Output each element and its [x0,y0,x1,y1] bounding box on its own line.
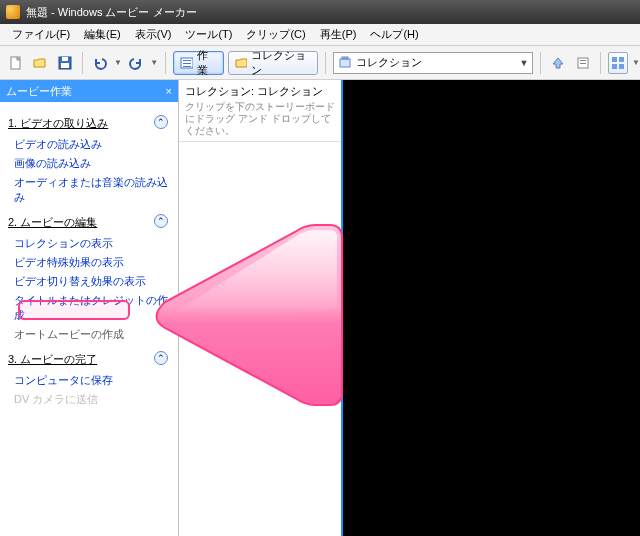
link-save-to-computer[interactable]: コンピュータに保存 [8,371,174,390]
collection-area-body[interactable] [179,142,341,536]
link-import-pictures[interactable]: 画像の読み込み [8,154,174,173]
redo-icon [129,56,143,70]
task-pane-header: ムービー作業 × [0,80,178,102]
toolbar-separator [600,52,601,74]
link-make-titles[interactable]: タイトルまたはクレジットの作成 [8,291,174,325]
task-pane: ムービー作業 × 1. ビデオの取り込み ⌃ ビデオの読み込み 画像の読み込み … [0,80,178,536]
title-bar: 無題 - Windows ムービー メーカー [0,0,640,24]
undo-icon [93,56,107,70]
new-file-icon [9,56,23,70]
menu-bar: ファイル(F) 編集(E) 表示(V) ツール(T) クリップ(C) 再生(P)… [0,24,640,46]
collections-button-label: コレクション [251,48,311,78]
collection-hint: クリップを下のストーリーボードにドラッグ アンド ドロップしてください。 [185,101,335,137]
task-pane-close-button[interactable]: × [166,85,172,97]
undo-button[interactable] [90,52,110,74]
svg-rect-9 [342,57,348,59]
tasks-icon [180,56,193,70]
link-import-audio[interactable]: オーディオまたは音楽の読み込み [8,173,174,207]
svg-rect-5 [183,60,191,61]
undo-dropdown-icon[interactable]: ▼ [114,58,122,67]
collection-column: コレクション: コレクション クリップを下のストーリーボードにドラッグ アンド … [178,80,341,536]
toolbar-separator [540,52,541,74]
section-capture-title: 1. ビデオの取り込み [8,116,108,131]
svg-rect-8 [340,59,350,67]
link-video-transitions[interactable]: ビデオ切り替え効果の表示 [8,272,174,291]
svg-rect-7 [183,66,191,67]
main-area: ムービー作業 × 1. ビデオの取り込み ⌃ ビデオの読み込み 画像の読み込み … [0,80,640,536]
menu-help[interactable]: ヘルプ(H) [364,25,424,44]
toolbar-separator [82,52,83,74]
svg-rect-3 [61,63,69,68]
redo-dropdown-icon[interactable]: ▼ [150,58,158,67]
collection-icon [338,56,352,70]
thumbnails-icon [611,56,625,70]
section-finish-header[interactable]: 3. ムービーの完了 ⌃ [8,344,174,371]
collapse-icon: ⌃ [154,351,168,365]
folder-icon [235,56,248,70]
tasks-button-label: 作業 [197,48,217,78]
properties-icon [576,56,590,70]
menu-play[interactable]: 再生(P) [314,25,363,44]
properties-button[interactable] [573,52,593,74]
save-button[interactable] [55,52,75,74]
up-arrow-icon [551,56,565,70]
link-send-to-dv[interactable]: DV カメラに送信 [8,390,174,409]
svg-rect-15 [612,64,617,69]
folder-open-icon [33,56,47,70]
window-title: 無題 - Windows ムービー メーカー [26,5,197,20]
menu-edit[interactable]: 編集(E) [78,25,127,44]
section-edit-title: 2. ムービーの編集 [8,215,97,230]
up-button[interactable] [548,52,568,74]
svg-rect-14 [619,57,624,62]
section-finish-title: 3. ムービーの完了 [8,352,97,367]
tasks-button[interactable]: 作業 [173,51,224,75]
link-video-effects[interactable]: ビデオ特殊効果の表示 [8,253,174,272]
menu-view[interactable]: 表示(V) [129,25,178,44]
collapse-icon: ⌃ [154,115,168,129]
collections-button[interactable]: コレクション [228,51,319,75]
link-import-video[interactable]: ビデオの読み込み [8,135,174,154]
toolbar-separator [325,52,326,74]
svg-rect-11 [580,60,586,61]
svg-rect-6 [183,63,191,64]
menu-tools[interactable]: ツール(T) [179,25,238,44]
menu-clip[interactable]: クリップ(C) [240,25,311,44]
open-button[interactable] [30,52,50,74]
section-capture-header[interactable]: 1. ビデオの取り込み ⌃ [8,108,174,135]
collection-dropdown[interactable]: コレクション ▼ [333,52,533,74]
link-automovie[interactable]: オートムービーの作成 [8,325,174,344]
section-edit-header[interactable]: 2. ムービーの編集 ⌃ [8,207,174,234]
collection-dropdown-label: コレクション [356,55,422,70]
save-icon [58,56,72,70]
link-show-collections[interactable]: コレクションの表示 [8,234,174,253]
redo-button[interactable] [126,52,146,74]
svg-rect-16 [619,64,624,69]
menu-file[interactable]: ファイル(F) [6,25,76,44]
view-dropdown-icon[interactable]: ▼ [632,58,640,67]
new-button[interactable] [6,52,26,74]
svg-rect-13 [612,57,617,62]
toolbar: ▼ ▼ 作業 コレクション コレクション ▼ ▼ [0,46,640,80]
task-pane-body: 1. ビデオの取り込み ⌃ ビデオの読み込み 画像の読み込み オーディオまたは音… [0,102,178,413]
toolbar-separator [165,52,166,74]
view-button[interactable] [608,52,628,74]
dropdown-chevron-icon: ▼ [519,58,528,68]
svg-rect-2 [62,57,68,61]
svg-rect-12 [580,63,586,64]
collection-heading: コレクション: コレクション [185,84,335,99]
preview-monitor [341,80,640,536]
collapse-icon: ⌃ [154,214,168,228]
app-icon [6,5,20,19]
collection-area-header: コレクション: コレクション クリップを下のストーリーボードにドラッグ アンド … [179,80,341,142]
task-pane-title: ムービー作業 [6,84,72,99]
